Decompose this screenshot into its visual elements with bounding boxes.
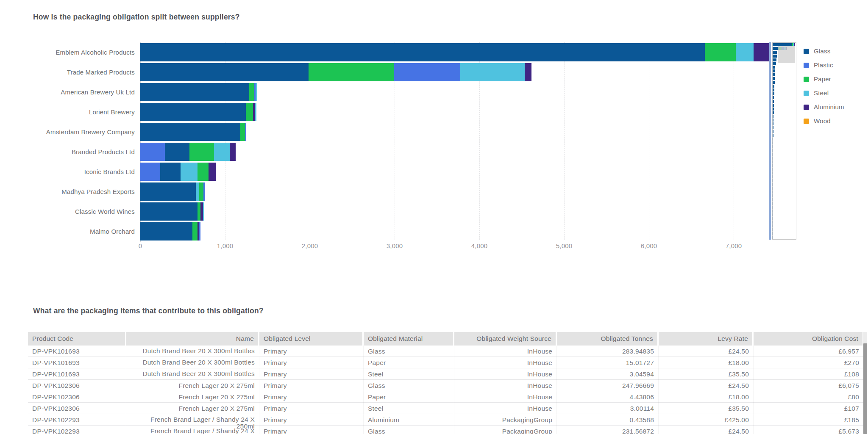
cell-obligated-level: Primary: [259, 414, 364, 426]
bar-segment-steel[interactable]: [256, 83, 257, 101]
bar-segment-paper[interactable]: [246, 103, 253, 121]
bar-segment-glass[interactable]: [140, 222, 192, 240]
bar-segment-aluminium[interactable]: [525, 63, 531, 81]
bar-segment-glass[interactable]: [140, 123, 240, 141]
column-header-obligated-level[interactable]: Obligated Level: [259, 332, 364, 346]
minimap-bar: [773, 141, 773, 144]
bar-segment-steel[interactable]: [181, 163, 198, 181]
cell-name: Dutch Brand Beer 20 X 300ml Bottles: [126, 357, 259, 366]
bar-segment-glass[interactable]: [140, 63, 309, 81]
bar-segment-plastic[interactable]: [394, 63, 460, 81]
minimap-bar: [773, 191, 773, 194]
legend-item-plastic[interactable]: Plastic: [804, 61, 863, 70]
bar-segment-steel[interactable]: [460, 63, 525, 81]
minimap-bar: [773, 221, 773, 224]
bar-segment-steel[interactable]: [736, 43, 754, 61]
cell-obligated-material: Glass: [364, 426, 454, 434]
bar-segment-plastic[interactable]: [203, 182, 205, 201]
cell-obligated-tonnes: 3.00114: [557, 403, 659, 414]
minimap-bar: [773, 228, 773, 231]
legend-item-steel[interactable]: Steel: [804, 89, 863, 98]
x-axis-tick-label: 0: [115, 242, 166, 249]
bar-segment-glass[interactable]: [140, 83, 249, 101]
column-header-obligation-cost[interactable]: Obligation Cost: [754, 332, 864, 346]
bar-segment-paper[interactable]: [309, 63, 394, 81]
bar-segment-paper[interactable]: [240, 123, 245, 141]
chart-scroll-grip[interactable]: [769, 42, 771, 240]
minimap-bar: [773, 164, 773, 167]
table-scrollbar-thumb[interactable]: [863, 343, 867, 434]
bar-segment-glass[interactable]: [160, 163, 181, 181]
cell-obligated-material: Aluminium: [364, 414, 454, 426]
bar-segment-plastic[interactable]: [245, 123, 246, 141]
x-axis-tick-label: 4,000: [454, 242, 505, 249]
y-axis-label: Iconic Brands Ltd: [17, 162, 135, 182]
bar-segment-steel[interactable]: [255, 103, 256, 121]
y-axis-label: Malmo Orchard: [17, 221, 135, 241]
legend-item-aluminium[interactable]: Aluminium: [804, 103, 863, 112]
table-row[interactable]: DP-VPK102306French Lager 20 X 275mlPrima…: [28, 403, 864, 414]
column-header-obligated-material[interactable]: Obligated Material: [364, 332, 454, 346]
minimap-bar: [773, 119, 773, 122]
table-row[interactable]: DP-VPK102306French Lager 20 X 275mlPrima…: [28, 391, 864, 403]
minimap-bar: [773, 175, 773, 178]
cell-obligated-weight-source: InHouse: [454, 391, 557, 403]
bar-segment-plastic[interactable]: [140, 163, 160, 181]
legend-swatch-icon: [804, 49, 809, 54]
bar-segment-paper[interactable]: [705, 43, 736, 61]
minimap-bar: [773, 138, 773, 141]
bar-segment-steel[interactable]: [203, 202, 204, 221]
cell-obligated-material: Paper: [364, 357, 454, 368]
legend-item-paper[interactable]: Paper: [804, 75, 863, 84]
table-row[interactable]: DP-VPK102306French Lager 20 X 275mlPrima…: [28, 380, 864, 391]
cell-name: French Lager 20 X 275ml: [126, 380, 259, 391]
bar-segment-paper[interactable]: [199, 182, 203, 201]
legend-item-wood[interactable]: Wood: [804, 117, 863, 126]
minimap-bar: [773, 134, 773, 137]
bar-segment-paper[interactable]: [192, 222, 198, 240]
minimap-bar: [773, 224, 773, 227]
minimap-bar: [773, 100, 774, 103]
bar-segment-glass[interactable]: [140, 202, 198, 221]
bar-segment-glass[interactable]: [140, 103, 246, 121]
bar-segment-steel[interactable]: [214, 143, 230, 161]
minimap-bar: [773, 62, 776, 65]
minimap-selection[interactable]: [778, 46, 795, 63]
table-row[interactable]: DP-VPK101693Dutch Brand Beer 20 X 300ml …: [28, 368, 864, 380]
bar-segment-steel[interactable]: [196, 182, 199, 201]
minimap-bar: [773, 77, 775, 80]
table-row[interactable]: DP-VPK102293French Brand Lager / Shandy …: [28, 426, 864, 434]
bar-segment-paper[interactable]: [198, 202, 200, 221]
legend-swatch-icon: [804, 105, 809, 110]
minimap-bar: [773, 66, 775, 69]
cell-levy-rate: £425.00: [659, 414, 754, 426]
bar-segment-glass[interactable]: [140, 43, 705, 61]
table-row[interactable]: DP-VPK102293French Brand Lager / Shandy …: [28, 414, 864, 426]
bar-segment-paper[interactable]: [189, 143, 214, 161]
bar-segment-plastic[interactable]: [140, 143, 165, 161]
minimap-bar: [773, 96, 774, 99]
bar-segment-glass[interactable]: [140, 182, 196, 201]
bar-segment-aluminium[interactable]: [754, 43, 769, 61]
column-header-obligated-tonnes[interactable]: Obligated Tonnes: [557, 332, 659, 346]
minimap-bar: [773, 115, 773, 118]
gridline-7000: [734, 42, 734, 240]
minimap-bar: [773, 217, 773, 220]
minimap-bar: [773, 73, 775, 76]
bar-segment-aluminium[interactable]: [230, 143, 236, 161]
cell-obligation-cost: £5,673: [754, 426, 864, 434]
legend-item-glass[interactable]: Glass: [804, 47, 863, 56]
bar-segment-glass[interactable]: [165, 143, 189, 161]
column-header-name[interactable]: Name: [126, 332, 259, 346]
column-header-levy-rate[interactable]: Levy Rate: [659, 332, 754, 346]
bar-segment-plastic[interactable]: [199, 222, 200, 240]
chart-overview-minimap[interactable]: [772, 42, 796, 240]
bar-segment-paper[interactable]: [249, 83, 254, 101]
table-row[interactable]: DP-VPK101693Dutch Brand Beer 20 X 300ml …: [28, 346, 864, 357]
column-header-product-code[interactable]: Product Code: [28, 332, 126, 346]
bar-segment-paper[interactable]: [198, 163, 209, 181]
obligation-items-table: Product CodeNameObligated LevelObligated…: [28, 332, 864, 434]
table-row[interactable]: DP-VPK101693Dutch Brand Beer 20 X 300ml …: [28, 357, 864, 368]
column-header-obligated-weight-source[interactable]: Obligated Weight Source: [454, 332, 557, 346]
bar-segment-aluminium[interactable]: [209, 163, 216, 181]
